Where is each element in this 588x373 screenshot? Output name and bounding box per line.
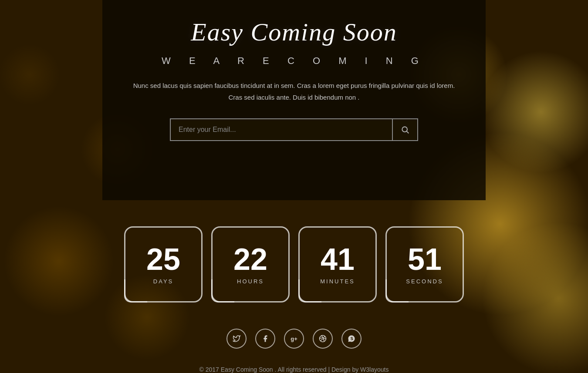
minutes-label: MINUTES [320, 278, 355, 285]
days-value: 25 [146, 244, 180, 275]
facebook-link[interactable] [255, 329, 275, 349]
skype-icon [348, 335, 355, 343]
email-form [128, 118, 460, 141]
days-counter: 25 DAYS [124, 226, 203, 302]
twitter-link[interactable] [226, 329, 247, 349]
site-title: Easy Coming Soon [128, 17, 460, 47]
skype-link[interactable] [341, 329, 362, 349]
svg-point-0 [402, 127, 407, 132]
search-button[interactable] [392, 119, 417, 140]
google-plus-icon: g+ [291, 336, 297, 342]
days-label: DAYS [153, 278, 173, 285]
seconds-value: 51 [408, 244, 442, 275]
seconds-label: SECONDS [406, 278, 443, 285]
hours-label: HOURS [237, 278, 264, 285]
subtitle: W e a r e C o m i n g [128, 55, 460, 67]
footer-text: © 2017 Easy Coming Soon . All rights res… [199, 366, 389, 373]
social-section: g+ [0, 324, 588, 362]
countdown-section: 25 DAYS 22 HOURS 41 MINUTES 51 SECONDS [0, 200, 588, 324]
email-input[interactable] [171, 119, 392, 140]
seconds-counter: 51 SECONDS [385, 226, 464, 302]
minutes-value: 41 [321, 244, 355, 275]
google-plus-link[interactable]: g+ [284, 329, 304, 349]
description: Nunc sed lacus quis sapien faucibus tinc… [128, 80, 460, 103]
email-wrapper [170, 118, 418, 141]
minutes-counter: 41 MINUTES [298, 226, 377, 302]
dribbble-link[interactable] [313, 329, 333, 349]
twitter-icon [233, 335, 240, 343]
dribbble-icon [319, 335, 327, 343]
facebook-icon [261, 335, 269, 343]
footer: © 2017 Easy Coming Soon . All rights res… [0, 362, 588, 373]
hours-value: 22 [233, 244, 267, 275]
hero-section: Easy Coming Soon W e a r e C o m i n g N… [102, 0, 486, 200]
svg-line-1 [407, 131, 409, 134]
hours-counter: 22 HOURS [211, 226, 290, 302]
search-icon [401, 125, 409, 134]
